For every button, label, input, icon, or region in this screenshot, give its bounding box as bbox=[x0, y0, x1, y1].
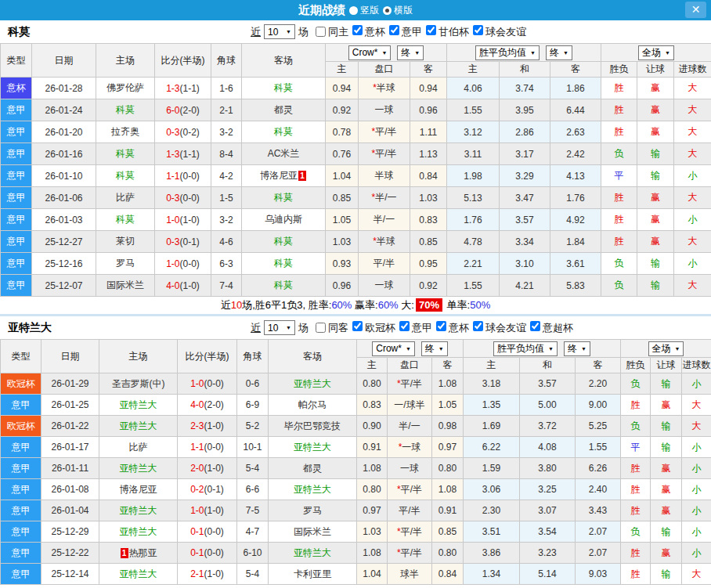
games-count-select[interactable]: 10 ▼ bbox=[264, 320, 295, 335]
chevron-down-icon: ▼ bbox=[530, 50, 536, 56]
chevron-down-icon: ▼ bbox=[406, 346, 411, 352]
competition-checkbox[interactable] bbox=[399, 321, 410, 331]
mean-draw: 4.08 bbox=[520, 437, 576, 458]
away-team: 帕尔马 bbox=[269, 395, 357, 416]
layout-option-vertical[interactable]: 竖版 bbox=[349, 4, 379, 17]
odds-time-select[interactable]: 终▼ bbox=[397, 45, 424, 60]
table-row: 意甲 25-12-29 亚特兰大 0-1(0-0) 4-7 国际米兰 1.03 … bbox=[1, 521, 711, 543]
competition-checkbox[interactable] bbox=[473, 25, 483, 35]
result-wdl: 胜 bbox=[601, 99, 637, 121]
chevron-down-icon: ▼ bbox=[563, 50, 568, 56]
table-row: 意甲 26-01-17 比萨 1-1(0-0) 10-1 亚特兰大 0.91 *… bbox=[1, 437, 711, 458]
competition-badge: 意甲 bbox=[1, 543, 42, 564]
sub-col-mean-away: 客 bbox=[550, 62, 601, 78]
mean-draw: 3.72 bbox=[520, 416, 576, 437]
away-team: 科莫 bbox=[242, 231, 326, 253]
competition-checkbox[interactable] bbox=[426, 25, 436, 35]
near-link[interactable]: 近 bbox=[251, 25, 261, 39]
handicap-line: *半球 bbox=[359, 231, 410, 253]
mean-away: 6.26 bbox=[576, 458, 621, 479]
handicap-line: 平/半 bbox=[359, 253, 410, 275]
table-row: 意甲 26-01-11 亚特兰大 2-0(1-0) 5-4 都灵 1.08 一球… bbox=[1, 458, 711, 479]
competition-checkbox[interactable] bbox=[352, 25, 363, 35]
odds-home: 1.03 bbox=[357, 521, 388, 543]
wdl-mean-select[interactable]: 胜平负均值▼ bbox=[475, 45, 540, 60]
home-team: 科莫 bbox=[96, 143, 155, 165]
col-date: 日期 bbox=[32, 44, 96, 78]
result-handicap: 输 bbox=[637, 253, 674, 275]
chevron-down-icon: ▼ bbox=[381, 50, 387, 56]
home-team: 亚特兰大 bbox=[99, 500, 178, 521]
team-section-atalanta: 亚特兰大 近 10 ▼ 场 同客 欧冠杯意甲意杯球会友谊意超杯 bbox=[0, 316, 711, 585]
mean-home: 5.13 bbox=[447, 187, 500, 209]
match-date: 25-12-16 bbox=[32, 253, 96, 275]
wdl-time-select[interactable]: 终▼ bbox=[564, 341, 590, 356]
result-handicap: 赢 bbox=[651, 543, 682, 564]
home-team: 佛罗伦萨 bbox=[96, 78, 155, 99]
mean-draw: 3.07 bbox=[520, 500, 576, 521]
match-date: 26-01-08 bbox=[42, 479, 99, 500]
result-wdl: 负 bbox=[601, 143, 637, 165]
competition-checkbox[interactable] bbox=[352, 321, 363, 331]
same-side-label: 同主 bbox=[328, 25, 348, 39]
table-row: 意甲 26-01-16 科莫 1-3(1-1) 8-4 AC米兰 0.76 *平… bbox=[1, 143, 711, 165]
match-score: 1-3(1-1) bbox=[155, 143, 211, 165]
mean-away: 1.55 bbox=[576, 437, 621, 458]
handicap-line: *半/一 bbox=[359, 187, 410, 209]
same-side-checkbox[interactable] bbox=[316, 323, 326, 333]
odds-away: 0.85 bbox=[432, 521, 464, 543]
match-score: 2-0(1-0) bbox=[178, 458, 237, 479]
radio-selected-icon[interactable] bbox=[383, 6, 392, 15]
filter-bar: 亚特兰大 近 10 ▼ 场 同客 欧冠杯意甲意杯球会友谊意超杯 bbox=[0, 316, 711, 339]
odds-away: 1.08 bbox=[432, 479, 464, 500]
chevron-down-icon: ▼ bbox=[665, 50, 670, 56]
same-side-label: 同客 bbox=[328, 321, 348, 335]
competition-checkbox[interactable] bbox=[389, 25, 399, 35]
close-button[interactable]: ✕ bbox=[685, 2, 706, 18]
competition-label: 意甲 bbox=[402, 26, 422, 38]
corner-score: 6-6 bbox=[237, 479, 269, 500]
competition-badge: 意甲 bbox=[1, 253, 32, 275]
mean-away: 6.44 bbox=[550, 99, 601, 121]
competition-checkbox[interactable] bbox=[436, 321, 446, 331]
result-wdl: 胜 bbox=[621, 500, 651, 521]
corner-score: 10-1 bbox=[237, 437, 269, 458]
result-wdl: 平 bbox=[621, 437, 651, 458]
result-goals: 小 bbox=[682, 500, 711, 521]
match-date: 26-01-04 bbox=[42, 500, 99, 521]
away-team: 都灵 bbox=[269, 458, 357, 479]
result-wdl: 胜 bbox=[621, 543, 651, 564]
handicap-line: 一球 bbox=[359, 99, 410, 121]
same-side-checkbox[interactable] bbox=[316, 27, 326, 37]
odds-away: 0.83 bbox=[410, 209, 447, 231]
corner-score: 3-2 bbox=[211, 209, 242, 231]
scope-select[interactable]: 全场▼ bbox=[638, 45, 674, 60]
team-name: 科莫 bbox=[8, 25, 30, 39]
corner-score: 4-6 bbox=[211, 231, 242, 253]
competition-checkbox[interactable] bbox=[530, 321, 540, 331]
scope-select[interactable]: 全场▼ bbox=[648, 341, 684, 356]
radio-unselected-icon[interactable] bbox=[349, 6, 358, 15]
handicap-line: *平/半 bbox=[388, 479, 432, 500]
layout-option-horizontal[interactable]: 横版 bbox=[383, 4, 413, 17]
sub-col-handi-result: 让球 bbox=[637, 62, 674, 78]
competition-badge: 意甲 bbox=[1, 121, 32, 143]
odds-company-select[interactable]: Crow*▼ bbox=[372, 341, 415, 356]
competition-checkbox[interactable] bbox=[473, 321, 483, 331]
mean-draw: 3.47 bbox=[500, 187, 550, 209]
odds-company-select[interactable]: Crow*▼ bbox=[348, 45, 392, 60]
wdl-time-select[interactable]: 终▼ bbox=[546, 45, 572, 60]
match-score: 1-1(0-0) bbox=[155, 165, 211, 187]
mean-away: 3.43 bbox=[576, 500, 621, 521]
wdl-mean-select[interactable]: 胜平负均值▼ bbox=[493, 341, 558, 356]
odds-away: 0.85 bbox=[410, 231, 447, 253]
near-link[interactable]: 近 bbox=[251, 321, 261, 335]
match-date: 26-01-22 bbox=[42, 416, 99, 437]
away-team: AC米兰 bbox=[242, 143, 326, 165]
odds-time-select[interactable]: 终▼ bbox=[421, 341, 448, 356]
table-row: 意甲 25-12-27 莱切 0-3(0-1) 4-6 科莫 1.03 *半球 … bbox=[1, 231, 711, 253]
mean-draw: 3.57 bbox=[520, 373, 576, 395]
corner-score: 6-9 bbox=[237, 395, 269, 416]
games-count-select[interactable]: 10 ▼ bbox=[264, 24, 295, 39]
match-rows: 欧冠杯 26-01-29 圣吉罗斯(中) 1-0(0-0) 0-6 亚特兰大 0… bbox=[1, 373, 711, 585]
